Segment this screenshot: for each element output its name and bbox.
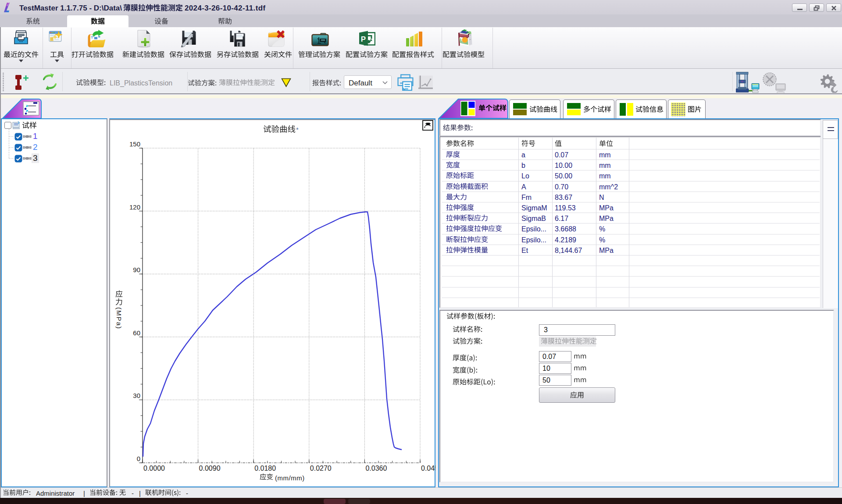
svg-text:P: P xyxy=(361,35,366,43)
svg-text:150: 150 xyxy=(129,140,140,148)
svg-text:0: 0 xyxy=(137,455,140,462)
svg-text:120: 120 xyxy=(129,203,140,211)
svg-text:0.0000: 0.0000 xyxy=(143,465,165,472)
svg-text:0.0180: 0.0180 xyxy=(254,465,276,472)
svg-text:0.0090: 0.0090 xyxy=(199,465,221,472)
svg-text:0.0270: 0.0270 xyxy=(310,465,332,472)
svg-text:0.0360: 0.0360 xyxy=(365,465,387,472)
svg-text:0.045: 0.045 xyxy=(421,465,435,472)
svg-text:90: 90 xyxy=(133,266,140,273)
svg-text:30: 30 xyxy=(133,392,140,399)
svg-text:60: 60 xyxy=(133,329,140,337)
